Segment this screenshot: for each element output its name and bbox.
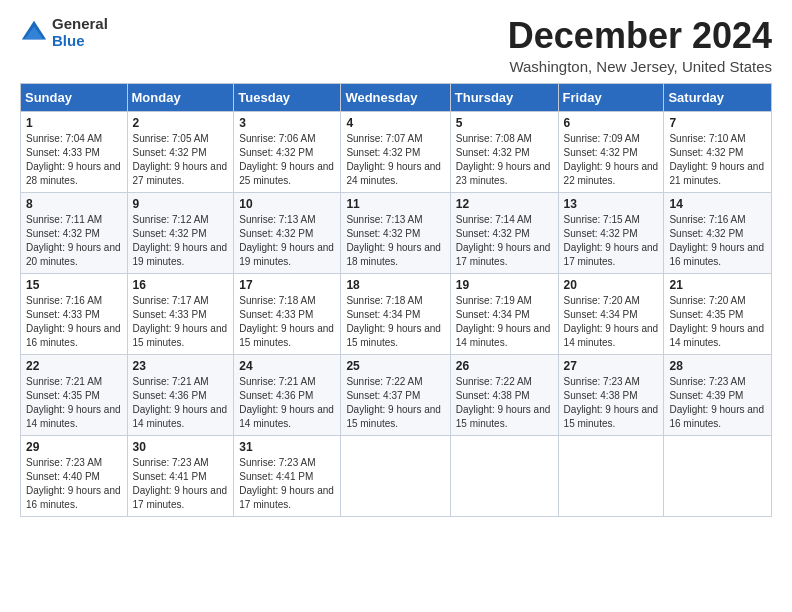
calendar-cell: 21 Sunrise: 7:20 AMSunset: 4:35 PMDaylig… xyxy=(664,273,772,354)
column-header-sunday: Sunday xyxy=(21,83,128,111)
location-title: Washington, New Jersey, United States xyxy=(508,58,772,75)
title-area: December 2024 Washington, New Jersey, Un… xyxy=(508,16,772,75)
day-number: 11 xyxy=(346,197,444,211)
day-number: 29 xyxy=(26,440,122,454)
cell-info: Sunrise: 7:23 AMSunset: 4:41 PMDaylight:… xyxy=(239,457,334,510)
cell-info: Sunrise: 7:21 AMSunset: 4:35 PMDaylight:… xyxy=(26,376,121,429)
day-number: 18 xyxy=(346,278,444,292)
cell-info: Sunrise: 7:04 AMSunset: 4:33 PMDaylight:… xyxy=(26,133,121,186)
cell-info: Sunrise: 7:22 AMSunset: 4:38 PMDaylight:… xyxy=(456,376,551,429)
column-header-tuesday: Tuesday xyxy=(234,83,341,111)
cell-info: Sunrise: 7:14 AMSunset: 4:32 PMDaylight:… xyxy=(456,214,551,267)
calendar-cell: 23 Sunrise: 7:21 AMSunset: 4:36 PMDaylig… xyxy=(127,354,234,435)
day-number: 2 xyxy=(133,116,229,130)
column-header-monday: Monday xyxy=(127,83,234,111)
cell-info: Sunrise: 7:11 AMSunset: 4:32 PMDaylight:… xyxy=(26,214,121,267)
calendar-cell: 8 Sunrise: 7:11 AMSunset: 4:32 PMDayligh… xyxy=(21,192,128,273)
calendar-cell: 10 Sunrise: 7:13 AMSunset: 4:32 PMDaylig… xyxy=(234,192,341,273)
day-number: 7 xyxy=(669,116,766,130)
cell-info: Sunrise: 7:20 AMSunset: 4:35 PMDaylight:… xyxy=(669,295,764,348)
cell-info: Sunrise: 7:18 AMSunset: 4:34 PMDaylight:… xyxy=(346,295,441,348)
cell-info: Sunrise: 7:23 AMSunset: 4:39 PMDaylight:… xyxy=(669,376,764,429)
calendar-body: 1 Sunrise: 7:04 AMSunset: 4:33 PMDayligh… xyxy=(21,111,772,516)
column-header-thursday: Thursday xyxy=(450,83,558,111)
calendar-cell: 4 Sunrise: 7:07 AMSunset: 4:32 PMDayligh… xyxy=(341,111,450,192)
column-header-wednesday: Wednesday xyxy=(341,83,450,111)
calendar-cell: 11 Sunrise: 7:13 AMSunset: 4:32 PMDaylig… xyxy=(341,192,450,273)
cell-info: Sunrise: 7:23 AMSunset: 4:38 PMDaylight:… xyxy=(564,376,659,429)
calendar-week-row: 22 Sunrise: 7:21 AMSunset: 4:35 PMDaylig… xyxy=(21,354,772,435)
cell-info: Sunrise: 7:13 AMSunset: 4:32 PMDaylight:… xyxy=(346,214,441,267)
day-number: 5 xyxy=(456,116,553,130)
calendar-cell: 25 Sunrise: 7:22 AMSunset: 4:37 PMDaylig… xyxy=(341,354,450,435)
calendar-header-row: SundayMondayTuesdayWednesdayThursdayFrid… xyxy=(21,83,772,111)
calendar-cell: 3 Sunrise: 7:06 AMSunset: 4:32 PMDayligh… xyxy=(234,111,341,192)
day-number: 31 xyxy=(239,440,335,454)
calendar-cell: 1 Sunrise: 7:04 AMSunset: 4:33 PMDayligh… xyxy=(21,111,128,192)
cell-info: Sunrise: 7:23 AMSunset: 4:41 PMDaylight:… xyxy=(133,457,228,510)
cell-info: Sunrise: 7:05 AMSunset: 4:32 PMDaylight:… xyxy=(133,133,228,186)
day-number: 26 xyxy=(456,359,553,373)
calendar-cell: 12 Sunrise: 7:14 AMSunset: 4:32 PMDaylig… xyxy=(450,192,558,273)
calendar-cell xyxy=(341,435,450,516)
day-number: 4 xyxy=(346,116,444,130)
cell-info: Sunrise: 7:15 AMSunset: 4:32 PMDaylight:… xyxy=(564,214,659,267)
calendar-cell: 5 Sunrise: 7:08 AMSunset: 4:32 PMDayligh… xyxy=(450,111,558,192)
cell-info: Sunrise: 7:21 AMSunset: 4:36 PMDaylight:… xyxy=(133,376,228,429)
day-number: 8 xyxy=(26,197,122,211)
day-number: 1 xyxy=(26,116,122,130)
day-number: 13 xyxy=(564,197,659,211)
calendar-cell xyxy=(450,435,558,516)
calendar-cell: 28 Sunrise: 7:23 AMSunset: 4:39 PMDaylig… xyxy=(664,354,772,435)
calendar-cell: 22 Sunrise: 7:21 AMSunset: 4:35 PMDaylig… xyxy=(21,354,128,435)
cell-info: Sunrise: 7:19 AMSunset: 4:34 PMDaylight:… xyxy=(456,295,551,348)
logo: General Blue xyxy=(20,16,108,49)
day-number: 22 xyxy=(26,359,122,373)
logo-general-text: General xyxy=(52,16,108,33)
cell-info: Sunrise: 7:06 AMSunset: 4:32 PMDaylight:… xyxy=(239,133,334,186)
calendar-cell: 14 Sunrise: 7:16 AMSunset: 4:32 PMDaylig… xyxy=(664,192,772,273)
cell-info: Sunrise: 7:13 AMSunset: 4:32 PMDaylight:… xyxy=(239,214,334,267)
day-number: 6 xyxy=(564,116,659,130)
day-number: 25 xyxy=(346,359,444,373)
calendar-cell xyxy=(558,435,664,516)
day-number: 16 xyxy=(133,278,229,292)
calendar-week-row: 1 Sunrise: 7:04 AMSunset: 4:33 PMDayligh… xyxy=(21,111,772,192)
logo-icon xyxy=(20,19,48,47)
column-header-saturday: Saturday xyxy=(664,83,772,111)
day-number: 12 xyxy=(456,197,553,211)
day-number: 21 xyxy=(669,278,766,292)
logo-blue-text: Blue xyxy=(52,33,108,50)
day-number: 27 xyxy=(564,359,659,373)
day-number: 24 xyxy=(239,359,335,373)
calendar-cell: 24 Sunrise: 7:21 AMSunset: 4:36 PMDaylig… xyxy=(234,354,341,435)
calendar-cell: 6 Sunrise: 7:09 AMSunset: 4:32 PMDayligh… xyxy=(558,111,664,192)
cell-info: Sunrise: 7:09 AMSunset: 4:32 PMDaylight:… xyxy=(564,133,659,186)
cell-info: Sunrise: 7:22 AMSunset: 4:37 PMDaylight:… xyxy=(346,376,441,429)
cell-info: Sunrise: 7:17 AMSunset: 4:33 PMDaylight:… xyxy=(133,295,228,348)
calendar-cell: 18 Sunrise: 7:18 AMSunset: 4:34 PMDaylig… xyxy=(341,273,450,354)
calendar-cell: 30 Sunrise: 7:23 AMSunset: 4:41 PMDaylig… xyxy=(127,435,234,516)
day-number: 20 xyxy=(564,278,659,292)
column-header-friday: Friday xyxy=(558,83,664,111)
day-number: 14 xyxy=(669,197,766,211)
day-number: 3 xyxy=(239,116,335,130)
day-number: 9 xyxy=(133,197,229,211)
header: General Blue December 2024 Washington, N… xyxy=(20,16,772,75)
day-number: 28 xyxy=(669,359,766,373)
day-number: 17 xyxy=(239,278,335,292)
calendar-cell: 17 Sunrise: 7:18 AMSunset: 4:33 PMDaylig… xyxy=(234,273,341,354)
cell-info: Sunrise: 7:07 AMSunset: 4:32 PMDaylight:… xyxy=(346,133,441,186)
cell-info: Sunrise: 7:10 AMSunset: 4:32 PMDaylight:… xyxy=(669,133,764,186)
day-number: 23 xyxy=(133,359,229,373)
cell-info: Sunrise: 7:20 AMSunset: 4:34 PMDaylight:… xyxy=(564,295,659,348)
day-number: 30 xyxy=(133,440,229,454)
calendar-week-row: 15 Sunrise: 7:16 AMSunset: 4:33 PMDaylig… xyxy=(21,273,772,354)
logo-text: General Blue xyxy=(52,16,108,49)
cell-info: Sunrise: 7:21 AMSunset: 4:36 PMDaylight:… xyxy=(239,376,334,429)
calendar-cell xyxy=(664,435,772,516)
cell-info: Sunrise: 7:16 AMSunset: 4:33 PMDaylight:… xyxy=(26,295,121,348)
cell-info: Sunrise: 7:18 AMSunset: 4:33 PMDaylight:… xyxy=(239,295,334,348)
calendar-week-row: 8 Sunrise: 7:11 AMSunset: 4:32 PMDayligh… xyxy=(21,192,772,273)
calendar-cell: 13 Sunrise: 7:15 AMSunset: 4:32 PMDaylig… xyxy=(558,192,664,273)
